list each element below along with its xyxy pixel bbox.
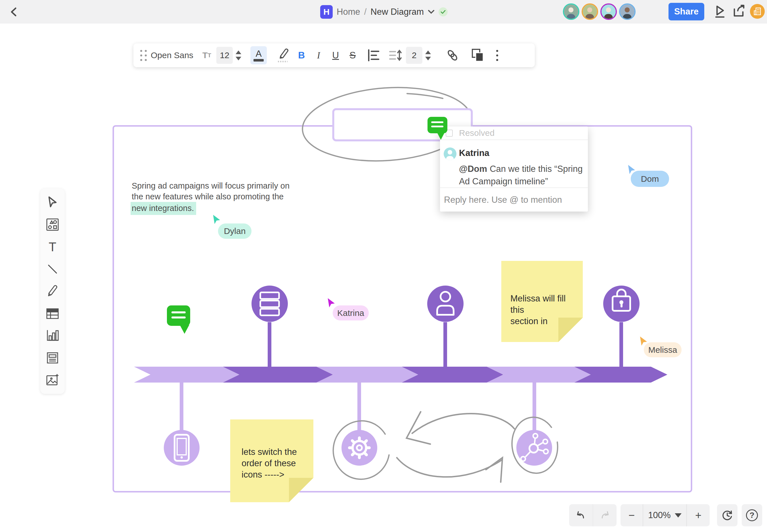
avatar[interactable] <box>563 3 580 20</box>
underline-button[interactable]: U <box>329 50 342 61</box>
strikethrough-button[interactable]: S <box>346 50 359 61</box>
resolved-label: Resolved <box>459 128 494 138</box>
text-tool[interactable]: T <box>45 240 60 254</box>
milestone-database[interactable] <box>252 286 288 322</box>
pen-tool[interactable] <box>45 284 60 298</box>
font-size-increase[interactable] <box>236 50 241 54</box>
image-tool[interactable] <box>45 373 60 387</box>
presence-label-melissa: Melissa <box>644 342 682 357</box>
history-clock-icon <box>720 508 734 522</box>
select-tool[interactable] <box>45 195 60 209</box>
share-button[interactable]: Share <box>669 3 704 20</box>
tool-palette: T <box>40 189 65 394</box>
font-size-decrease[interactable] <box>236 57 241 60</box>
presence-label-katrina: Katrina <box>333 305 369 320</box>
font-size-input[interactable]: 12 <box>216 47 233 64</box>
export-icon <box>733 5 746 18</box>
canvas-text-block[interactable]: Spring ad campaigns will focus primarily… <box>132 180 302 215</box>
line-spacing-button[interactable] <box>387 49 404 62</box>
line-spacing-decrease[interactable] <box>425 57 431 60</box>
comment-popup: Resolved Katrina @DomCan we title this “… <box>440 126 588 212</box>
comment-mention[interactable]: @Dom <box>459 164 487 174</box>
avatar[interactable] <box>601 3 617 20</box>
sticky-note-icons[interactable]: lets switch the order of these icons ---… <box>230 419 313 502</box>
history-button[interactable] <box>717 504 738 526</box>
check-icon <box>441 10 446 14</box>
chevron-down-icon[interactable] <box>428 10 435 14</box>
text-color-swatch <box>254 59 264 62</box>
shapes-icon <box>46 218 59 231</box>
play-icon <box>714 5 726 18</box>
line-spacing-input[interactable]: 2 <box>406 47 422 64</box>
present-button[interactable] <box>712 3 728 19</box>
undo-button[interactable] <box>569 504 593 526</box>
comment-reply-input[interactable]: Reply here. Use @ to mention <box>440 187 588 212</box>
help-button[interactable]: ? <box>742 504 762 526</box>
diagram-canvas[interactable] <box>0 0 767 532</box>
milestone-person[interactable] <box>427 286 463 322</box>
chart-tool[interactable] <box>45 329 60 343</box>
whiteboard-app: Spring ad campaigns will focus primarily… <box>0 0 767 532</box>
back-button[interactable] <box>6 5 21 19</box>
redo-button[interactable] <box>593 504 617 526</box>
export-button[interactable] <box>731 3 747 19</box>
zoom-controls: − 100% + <box>621 504 710 526</box>
sketch-arrow-left[interactable] <box>406 412 514 444</box>
milestone-network[interactable] <box>516 430 552 466</box>
person-avatar-icon <box>602 5 616 19</box>
zoom-level-select[interactable]: 100% <box>643 504 687 526</box>
paragraph-line: Spring ad campaigns will focus primarily… <box>132 180 302 191</box>
comment-message: @DomCan we title this “Spring Ad Campaig… <box>459 163 587 188</box>
resolved-checkbox[interactable] <box>446 130 453 137</box>
zoom-out-button[interactable]: − <box>621 509 643 522</box>
timeline-segment-1[interactable] <box>134 367 239 383</box>
zoom-in-button[interactable]: + <box>687 509 710 522</box>
highlight-button[interactable] <box>274 47 291 63</box>
link-button[interactable] <box>445 48 460 62</box>
font-size-icon: TT <box>203 50 211 60</box>
timeline-bar[interactable] <box>134 367 667 383</box>
font-family-select[interactable]: Open Sans <box>147 50 203 60</box>
comment-bubble-timeline[interactable] <box>167 305 190 334</box>
milestone-gear[interactable] <box>342 430 377 466</box>
highlighter-icon <box>276 47 290 63</box>
top-bar: H Home / New Diagram <box>0 0 767 24</box>
breadcrumb-current[interactable]: New Diagram <box>370 7 424 17</box>
paragraph-line: the new features while also promoting th… <box>132 191 302 202</box>
redo-icon <box>599 509 612 522</box>
line-tool[interactable] <box>45 262 60 276</box>
bold-button[interactable]: B <box>295 50 308 61</box>
sketch-arrow-right[interactable] <box>397 458 502 482</box>
avatar[interactable] <box>619 3 636 20</box>
bar-chart-icon <box>46 330 59 342</box>
paragraph-highlight: new integrations. <box>130 202 196 215</box>
caret-down-icon <box>675 513 682 518</box>
timeline-segment-2[interactable] <box>223 367 333 383</box>
align-button[interactable] <box>366 48 382 62</box>
more-options-button[interactable] <box>496 50 498 61</box>
format-toolbar: Open Sans TT 12 A B I U S <box>133 43 535 67</box>
drag-handle-icon[interactable] <box>140 50 147 61</box>
note-tool[interactable] <box>45 351 60 365</box>
milestone-lock[interactable] <box>603 286 640 322</box>
table-tool[interactable] <box>45 307 60 320</box>
avatar[interactable] <box>582 3 598 20</box>
presence-label-dom: Dom <box>631 171 669 187</box>
milestone-phone[interactable] <box>164 430 200 466</box>
text-color-button[interactable]: A <box>250 46 267 64</box>
breadcrumb-home[interactable]: Home <box>337 7 360 17</box>
shapes-tool[interactable] <box>45 218 60 231</box>
align-left-icon <box>367 48 380 62</box>
line-icon <box>46 263 59 275</box>
document-icon <box>46 352 59 364</box>
image-add-icon <box>46 373 59 387</box>
fill-style-button[interactable] <box>469 48 486 63</box>
organization-button[interactable] <box>750 4 765 19</box>
document-logo[interactable]: H <box>320 5 333 19</box>
person-avatar-icon <box>620 5 635 19</box>
breadcrumb: H Home / New Diagram <box>320 5 448 19</box>
person-avatar-icon <box>564 5 578 19</box>
zoom-level-value: 100% <box>648 510 671 520</box>
line-spacing-increase[interactable] <box>425 50 431 54</box>
italic-button[interactable]: I <box>312 50 325 61</box>
